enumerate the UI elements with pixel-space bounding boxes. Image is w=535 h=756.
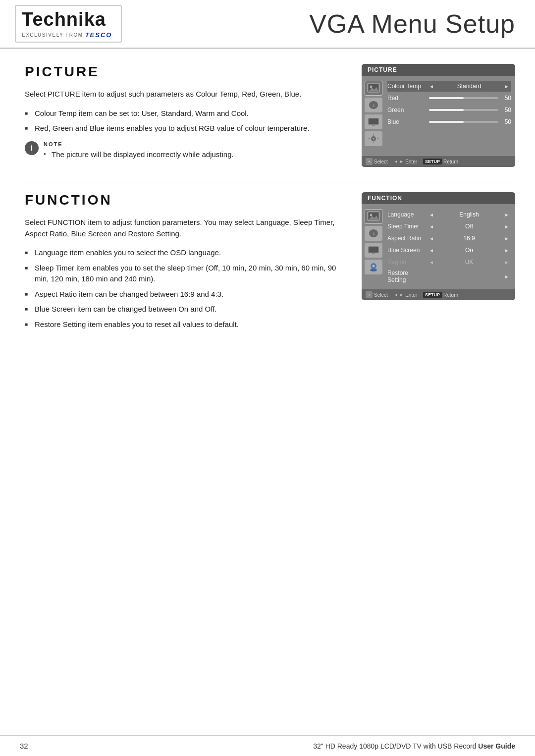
osd-label-blue-screen: Blue Screen bbox=[387, 247, 427, 254]
osd-rows-col: Colour Temp ◄ Standard ► Red 50 bbox=[385, 79, 515, 153]
osd-label-colour-temp: Colour Temp bbox=[387, 83, 427, 90]
page-title: VGA Menu Setup bbox=[309, 9, 515, 39]
function-osd-title-bar: FUNCTION bbox=[362, 192, 515, 204]
osd-label-blue: Blue bbox=[387, 118, 427, 125]
osd-footer-return: SETUP Return bbox=[423, 159, 458, 164]
footer-text: 32" HD Ready 1080p LCD/DVD TV with USB R… bbox=[313, 742, 515, 750]
fn-select-icon: + bbox=[366, 291, 373, 298]
function-section-text: FUNCTION Select FUNCTION item to adjust … bbox=[25, 192, 347, 337]
function-osd-box: FUNCTION bbox=[362, 192, 515, 300]
function-osd-footer-enter: ◄ ► Enter bbox=[394, 292, 417, 298]
osd-icon-fn-sound: ♪ bbox=[365, 226, 382, 241]
function-osd-footer: + Select ◄ ► Enter SETUP Return bbox=[362, 289, 515, 300]
osd-value-green: 50 bbox=[500, 107, 511, 113]
function-osd-footer-select: + Select bbox=[366, 291, 388, 298]
picture-section-text: PICTURE Select PICTURE item to adjust su… bbox=[25, 64, 347, 165]
osd-label-red: Red bbox=[387, 95, 427, 102]
osd-row-region: Region ◄ UK ► bbox=[387, 257, 511, 268]
fn-footer-enter-label: Enter bbox=[405, 292, 417, 298]
osd-row-sleep-timer: Sleep Timer ◄ Off ► bbox=[387, 221, 511, 232]
logo-tesco-label: TESCO bbox=[85, 31, 112, 39]
svg-rect-11 bbox=[373, 134, 374, 136]
select-icon: + bbox=[366, 158, 373, 165]
osd-label-language: Language bbox=[387, 211, 427, 218]
osd-icon-sound: ♪ bbox=[365, 98, 382, 112]
osd-row-green: Green 50 bbox=[387, 105, 511, 115]
osd-arrow-right-aspect: ► bbox=[504, 236, 509, 241]
osd-row-empty1 bbox=[387, 128, 511, 139]
osd-title-bar: PICTURE bbox=[362, 64, 515, 76]
function-osd-body: ♪ bbox=[362, 204, 515, 289]
logo-from-label: EXCLUSIVELY FROM bbox=[22, 32, 83, 38]
function-osd-footer-return: SETUP Return bbox=[423, 292, 458, 298]
function-heading: FUNCTION bbox=[25, 192, 347, 208]
footer-text-bold: User Guide bbox=[478, 742, 515, 750]
osd-icon-display bbox=[365, 114, 382, 129]
main-content: PICTURE Select PICTURE item to adjust su… bbox=[0, 49, 535, 367]
osd-label-green: Green bbox=[387, 107, 427, 113]
osd-arrow-left-sleep: ◄ bbox=[429, 224, 434, 229]
osd-slider-green bbox=[429, 109, 498, 111]
osd-row-language: Language ◄ English ► bbox=[387, 209, 511, 220]
svg-rect-7 bbox=[369, 119, 378, 124]
list-item: Language item enables you to select the … bbox=[25, 247, 347, 259]
list-item: Aspect Ratio item can be changed between… bbox=[25, 289, 347, 300]
osd-label-restore-setting: Restore Setting bbox=[387, 270, 427, 283]
list-item: Colour Temp item can be set to: User, St… bbox=[25, 108, 347, 119]
section-divider bbox=[25, 182, 515, 182]
osd-value-language: English bbox=[436, 211, 502, 218]
picture-osd-box: PICTURE bbox=[362, 64, 515, 167]
logo-tesco-line: EXCLUSIVELY FROM TESCO bbox=[22, 31, 112, 39]
osd-value-blue-screen: On bbox=[436, 247, 502, 254]
osd-arrow-right-sleep: ► bbox=[504, 224, 509, 229]
osd-value-aspect-ratio: 16:9 bbox=[436, 235, 502, 242]
osd-arrow-left-blue-screen: ◄ bbox=[429, 248, 434, 253]
osd-value-colour-temp: Standard bbox=[436, 83, 502, 90]
note-list-item: The picture will be displayed incorrectl… bbox=[44, 149, 347, 161]
list-item: Blue Screen item can be changed between … bbox=[25, 304, 347, 315]
osd-row-empty2 bbox=[387, 140, 511, 151]
list-item: Sleep Timer item enables you to set the … bbox=[25, 263, 347, 285]
osd-row-restore-setting: Restore Setting ► bbox=[387, 269, 511, 284]
svg-text:♪: ♪ bbox=[372, 102, 375, 108]
osd-icon-fn-picture bbox=[365, 209, 382, 224]
svg-point-17 bbox=[370, 214, 373, 216]
picture-bullet-list: Colour Temp item can be set to: User, St… bbox=[25, 108, 347, 134]
osd-body: ♪ bbox=[362, 76, 515, 156]
osd-arrow-left-aspect: ◄ bbox=[429, 236, 434, 241]
picture-section: PICTURE Select PICTURE item to adjust su… bbox=[25, 64, 515, 167]
info-icon: i bbox=[25, 141, 39, 155]
footer-select-label: Select bbox=[374, 159, 388, 164]
svg-rect-12 bbox=[373, 141, 374, 143]
osd-value-blue: 50 bbox=[500, 118, 511, 125]
osd-label-region: Region bbox=[387, 259, 427, 266]
osd-arrow-left-language: ◄ bbox=[429, 212, 434, 217]
logo-technika: Technika bbox=[22, 9, 106, 30]
osd-row-red: Red 50 bbox=[387, 93, 511, 104]
osd-value-region: UK bbox=[436, 259, 502, 266]
page-footer: 32 32" HD Ready 1080p LCD/DVD TV with US… bbox=[0, 735, 535, 756]
osd-value-red: 50 bbox=[500, 95, 511, 102]
page-number: 32 bbox=[20, 742, 28, 750]
function-desc: Select FUNCTION item to adjust function … bbox=[25, 217, 347, 239]
osd-value-sleep-timer: Off bbox=[436, 223, 502, 230]
osd-icon-settings bbox=[365, 131, 382, 146]
function-section: FUNCTION Select FUNCTION item to adjust … bbox=[25, 192, 515, 337]
osd-slider-red bbox=[429, 97, 498, 99]
fn-footer-select-label: Select bbox=[374, 292, 388, 298]
osd-row-blue-screen: Blue Screen ◄ On ► bbox=[387, 245, 511, 256]
footer-text-main: 32" HD Ready 1080p LCD/DVD TV with USB R… bbox=[313, 742, 476, 750]
note-label: NOTE bbox=[44, 141, 347, 147]
function-bullet-list: Language item enables you to select the … bbox=[25, 247, 347, 330]
osd-icon-fn-display bbox=[365, 243, 382, 258]
footer-enter-label: Enter bbox=[405, 159, 417, 164]
svg-rect-22 bbox=[369, 247, 378, 252]
picture-note: i NOTE The picture will be displayed inc… bbox=[25, 141, 347, 161]
osd-icon-fn-settings bbox=[365, 260, 382, 274]
list-item: Red, Green and Blue items enables you to… bbox=[25, 123, 347, 134]
setup-label: SETUP bbox=[423, 159, 442, 164]
osd-label-aspect-ratio: Aspect Ratio bbox=[387, 235, 427, 242]
osd-arrow-right-region: ► bbox=[504, 260, 509, 265]
svg-rect-13 bbox=[368, 138, 370, 139]
fn-setup-label: SETUP bbox=[423, 292, 442, 298]
